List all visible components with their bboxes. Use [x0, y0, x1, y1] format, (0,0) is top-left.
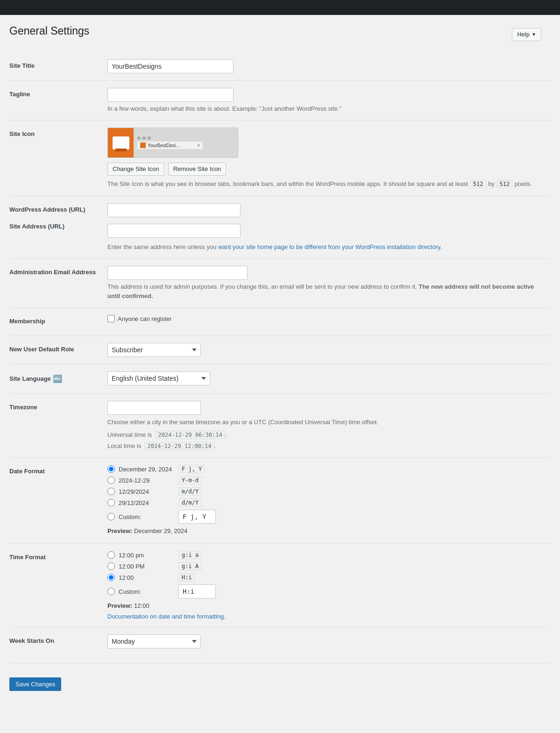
date-format-radio-0[interactable] [107, 465, 115, 473]
site-language-label: Site Language 🔤 [9, 364, 103, 393]
membership-row: Membership Anyone can register [9, 308, 551, 335]
page-header: General Settings Help ▼ [9, 24, 551, 48]
browser-dot-3 [148, 136, 151, 140]
site-icon-label: Site Icon [9, 121, 103, 196]
date-format-custom-input[interactable] [178, 510, 216, 524]
site-address-desc-pre: Enter the same address here unless you [107, 243, 218, 250]
date-format-row: Date Format December 29, 2024 F j, Y 202… [9, 458, 551, 544]
time-format-custom-input[interactable] [178, 584, 216, 598]
site-address-description: Enter the same address here unless you w… [107, 242, 546, 252]
timezone-row: Timezone Choose either a city in the sam… [9, 393, 551, 458]
date-format-radio-1[interactable] [107, 477, 115, 484]
admin-email-description: This address is used for admin purposes.… [107, 282, 546, 300]
time-format-option-1[interactable]: 12:00 PM g:i A [107, 562, 546, 570]
site-address-desc-post: . [440, 243, 442, 250]
date-format-options: December 29, 2024 F j, Y 2024-12-29 Y-m-… [107, 465, 546, 524]
site-address-link[interactable]: want your site home page to be different… [218, 243, 440, 250]
site-icon-row: Site Icon [9, 121, 551, 196]
week-starts-row: Week Starts On Sunday Monday Tuesday Wed… [9, 627, 551, 656]
date-format-option-2[interactable]: 12/29/2024 m/d/Y [107, 487, 546, 496]
change-site-icon-button[interactable]: Change Site Icon [107, 163, 164, 176]
save-section: Save Changes [9, 663, 551, 691]
site-icon-desc-pre: The Site Icon is what you see in browser… [107, 180, 470, 187]
browser-tab-text: YourBestDesi... [148, 143, 195, 148]
tagline-description: In a few words, explain what this site i… [107, 104, 546, 114]
date-format-option-3[interactable]: 29/12/2024 d/m/Y [107, 498, 546, 507]
site-title-row: Site Title [9, 52, 551, 81]
remove-site-icon-button[interactable]: Remove Site Icon [168, 163, 227, 176]
site-language-row: Site Language 🔤 English (United States) [9, 364, 551, 393]
site-icon-desc-mid: by [488, 180, 496, 187]
admin-email-input[interactable] [107, 266, 248, 280]
site-icon-buttons: Change Site Icon Remove Site Icon [107, 163, 546, 176]
chevron-down-icon: ▼ [532, 30, 536, 39]
help-button[interactable]: Help ▼ [512, 28, 541, 41]
settings-table: Site Title Tagline In a few words, expla… [9, 52, 551, 656]
time-format-option-custom[interactable]: Custom: [107, 584, 546, 598]
time-format-options: 12:00 pm g:i a 12:00 PM g:i A 12:00 H:i [107, 551, 546, 598]
date-format-radio-2[interactable] [107, 488, 115, 495]
wp-address-label: WordPress Address (URL) Site Address (UR… [9, 196, 103, 259]
admin-email-row: Administration Email Address This addres… [9, 259, 551, 308]
time-format-code-2: H:i [178, 573, 195, 582]
date-format-radio-3[interactable] [107, 499, 115, 506]
date-time-doc-link[interactable]: Documentation on date and time formattin… [107, 613, 226, 620]
date-format-display-0: December 29, 2024 [119, 466, 175, 473]
new-user-role-select[interactable]: Subscriber Contributor Author Editor Adm… [107, 343, 201, 357]
browser-tab-close-icon[interactable]: × [197, 143, 200, 148]
timezone-input[interactable] [107, 401, 201, 415]
site-icon-square [108, 128, 134, 158]
site-title-label: Site Title [9, 52, 103, 81]
browser-bar: YourBestDesi... × [134, 128, 238, 158]
universal-time: Universal time is 2024-12-29 06:30:14. [107, 430, 546, 440]
tagline-label: Tagline [9, 80, 103, 121]
site-icon-description: The Site Icon is what you see in browser… [107, 179, 546, 189]
wp-address-input[interactable] [107, 203, 241, 217]
time-format-preview-label: Preview: [107, 602, 132, 609]
admin-email-label: Administration Email Address [9, 259, 103, 308]
date-format-radio-custom[interactable] [107, 513, 115, 520]
date-time-doc: Documentation on date and time formattin… [107, 613, 546, 620]
site-language-select[interactable]: English (United States) [107, 371, 210, 385]
time-format-display-custom: Custom: [119, 588, 175, 595]
time-format-code-1: g:i A [178, 562, 202, 570]
date-format-code-3: d/m/Y [178, 498, 202, 507]
browser-tab: YourBestDesi... × [137, 142, 203, 149]
universal-time-value: 2024-12-29 06:30:14 [156, 431, 225, 439]
time-format-radio-custom[interactable] [107, 588, 115, 595]
time-format-radio-2[interactable] [107, 574, 115, 581]
time-format-option-0[interactable]: 12:00 pm g:i a [107, 551, 546, 559]
language-icon: 🔤 [53, 374, 62, 384]
save-changes-button[interactable]: Save Changes [9, 677, 61, 691]
date-format-option-custom[interactable]: Custom: [107, 510, 546, 524]
new-user-role-label: New User Default Role [9, 335, 103, 364]
size-code-1: 512 [470, 180, 487, 188]
time-format-radio-1[interactable] [107, 562, 115, 570]
time-format-display-1: 12:00 PM [119, 563, 175, 570]
week-starts-select[interactable]: Sunday Monday Tuesday Wednesday Thursday… [107, 634, 201, 648]
site-icon-desc-post: pixels. [515, 180, 532, 187]
browser-dots [137, 136, 234, 140]
time-format-row: Time Format 12:00 pm g:i a 12:00 PM g:i … [9, 544, 551, 627]
date-format-code-0: F j, Y [178, 465, 205, 473]
site-address-input[interactable] [107, 224, 241, 238]
universal-time-label: Universal time is [107, 431, 152, 438]
browser-dot-2 [142, 136, 146, 140]
timezone-description: Choose either a city in the same timezon… [107, 418, 546, 427]
site-title-input[interactable] [107, 59, 234, 73]
time-format-radio-0[interactable] [107, 551, 115, 559]
new-user-role-row: New User Default Role Subscriber Contrib… [9, 335, 551, 364]
local-time-value: 2024-12-29 12:00:14 [144, 442, 214, 450]
time-format-option-2[interactable]: 12:00 H:i [107, 573, 546, 582]
time-format-display-0: 12:00 pm [119, 552, 175, 559]
date-format-code-2: m/d/Y [178, 487, 202, 496]
date-format-option-0[interactable]: December 29, 2024 F j, Y [107, 465, 546, 473]
size-code-2: 512 [496, 180, 513, 188]
membership-checkbox-label[interactable]: Anyone can register [107, 315, 546, 322]
date-format-option-1[interactable]: 2024-12-29 Y-m-d [107, 476, 546, 484]
membership-checkbox[interactable] [107, 315, 115, 322]
tagline-input[interactable] [107, 88, 234, 102]
local-time: Local time is 2024-12-29 12:00:14. [107, 441, 546, 451]
time-format-preview: Preview: 12:00 [107, 602, 546, 609]
site-icon-graphic [113, 136, 129, 149]
